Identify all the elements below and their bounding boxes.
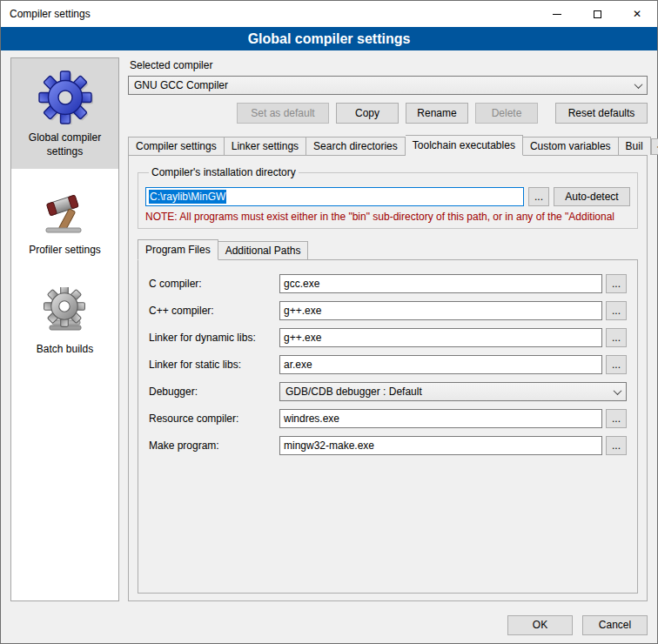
blue-gear-icon — [37, 69, 93, 124]
dynamic-linker-input[interactable] — [279, 328, 602, 347]
cpp-compiler-label: C++ compiler: — [149, 305, 279, 317]
toolchain-executables-panel: Compiler's installation directory C:\ray… — [128, 155, 648, 601]
debugger-dropdown[interactable]: GDB/CDB debugger : Default — [279, 382, 627, 401]
c-compiler-input[interactable] — [279, 274, 602, 293]
sidebar-item-batch-builds[interactable]: Batch builds — [11, 277, 118, 367]
rename-button[interactable]: Rename — [406, 103, 468, 124]
resource-compiler-browse-button[interactable]: ... — [606, 409, 627, 428]
make-program-row: Make program: ... — [149, 436, 627, 455]
minimize-icon — [553, 14, 561, 15]
make-program-browse-button[interactable]: ... — [606, 436, 627, 455]
subtab-additional-paths[interactable]: Additional Paths — [218, 241, 309, 259]
compiler-tab-bar: Compiler settings Linker settings Search… — [128, 135, 648, 155]
resource-compiler-label: Resource compiler: — [149, 413, 279, 425]
installation-directory-group-title: Compiler's installation directory — [149, 166, 299, 178]
close-icon: ✕ — [633, 9, 641, 19]
c-compiler-browse-button[interactable]: ... — [606, 274, 627, 293]
sidebar-item-global-compiler-settings[interactable]: Global compiler settings — [11, 58, 118, 169]
static-linker-input[interactable] — [279, 355, 602, 374]
resource-compiler-row: Resource compiler: ... — [149, 409, 627, 428]
cancel-button[interactable]: Cancel — [582, 615, 648, 635]
minimize-button[interactable] — [537, 1, 577, 27]
compiler-settings-window: Compiler settings ✕ Global compiler sett… — [0, 0, 658, 644]
set-as-default-button[interactable]: Set as default — [237, 103, 329, 124]
profiler-tool-icon — [41, 188, 90, 237]
sidebar-item-label: Global compiler settings — [15, 131, 115, 158]
tab-toolchain-executables[interactable]: Toolchain executables — [406, 135, 523, 156]
debugger-row: Debugger: GDB/CDB debugger : Default — [149, 382, 627, 401]
tab-scroll-left-button[interactable]: ◄ — [651, 138, 658, 155]
delete-button[interactable]: Delete — [475, 103, 538, 124]
close-button[interactable]: ✕ — [617, 1, 657, 27]
dynamic-linker-row: Linker for dynamic libs: ... — [149, 328, 627, 347]
resource-compiler-input[interactable] — [279, 409, 602, 428]
titlebar: Compiler settings ✕ — [1, 1, 657, 27]
dialog-footer: OK Cancel — [1, 607, 657, 643]
make-program-input[interactable] — [279, 436, 602, 455]
copy-button[interactable]: Copy — [336, 103, 399, 124]
program-files-panel: C compiler: ... C++ compiler: ... Linker… — [138, 259, 638, 594]
maximize-icon — [594, 10, 601, 18]
c-compiler-label: C compiler: — [149, 278, 279, 290]
cpp-compiler-browse-button[interactable]: ... — [606, 301, 627, 320]
install-dir-selected-text: C:\raylib\MinGW — [149, 190, 226, 204]
dynamic-linker-browse-button[interactable]: ... — [606, 328, 627, 347]
sidebar-item-label: Batch builds — [37, 343, 93, 357]
selected-compiler-value: GNU GCC Compiler — [134, 79, 629, 91]
static-linker-label: Linker for static libs: — [149, 359, 279, 371]
cpp-compiler-row: C++ compiler: ... — [149, 301, 627, 320]
tab-build-options[interactable]: Buil — [619, 137, 651, 155]
install-dir-browse-button[interactable]: ... — [528, 187, 549, 206]
static-linker-browse-button[interactable]: ... — [606, 355, 627, 374]
subtab-program-files[interactable]: Program Files — [138, 239, 218, 260]
static-linker-row: Linker for static libs: ... — [149, 355, 627, 374]
debugger-value: GDB/CDB debugger : Default — [285, 386, 608, 398]
gray-gears-icon — [41, 287, 90, 336]
debugger-label: Debugger: — [149, 386, 279, 398]
maximize-button[interactable] — [577, 1, 617, 27]
tab-compiler-settings[interactable]: Compiler settings — [128, 137, 225, 155]
settings-category-sidebar: Global compiler settings — [10, 57, 119, 601]
program-files-tab-bar: Program Files Additional Paths — [138, 239, 638, 259]
tab-search-directories[interactable]: Search directories — [306, 137, 406, 155]
make-program-label: Make program: — [149, 439, 279, 452]
tab-linker-settings[interactable]: Linker settings — [225, 137, 306, 155]
cpp-compiler-input[interactable] — [279, 301, 602, 320]
dynamic-linker-label: Linker for dynamic libs: — [149, 332, 279, 344]
selected-compiler-dropdown[interactable]: GNU GCC Compiler — [128, 76, 648, 95]
chevron-down-icon — [608, 383, 626, 400]
page-title: Global compiler settings — [1, 27, 657, 50]
window-title: Compiler settings — [1, 1, 537, 27]
reset-defaults-button[interactable]: Reset defaults — [555, 103, 648, 124]
sidebar-item-label: Profiler settings — [29, 244, 101, 258]
chevron-down-icon — [629, 77, 647, 94]
ok-button[interactable]: OK — [507, 615, 573, 635]
tab-custom-variables[interactable]: Custom variables — [523, 137, 619, 155]
c-compiler-row: C compiler: ... — [149, 274, 627, 293]
auto-detect-button[interactable]: Auto-detect — [554, 187, 630, 206]
selected-compiler-label: Selected compiler — [130, 59, 648, 71]
installation-directory-group: Compiler's installation directory C:\ray… — [138, 166, 638, 229]
install-dir-input[interactable]: C:\raylib\MinGW — [145, 187, 524, 206]
bin-subdirectory-note: NOTE: All programs must exist either in … — [145, 211, 630, 223]
sidebar-item-profiler-settings[interactable]: Profiler settings — [11, 178, 118, 268]
